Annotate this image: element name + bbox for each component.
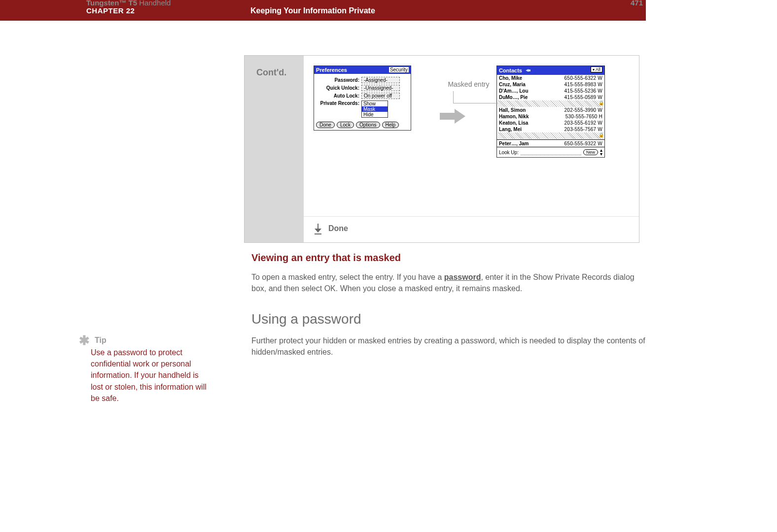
step-panel: Cont'd. Preferences Security Password: -… xyxy=(244,55,639,243)
masked-contact-row: 🔒 xyxy=(498,100,603,107)
contacts-list: Cho, Mike650-555-6322 W Cruz, Maria415-5… xyxy=(497,75,604,147)
lookup-field xyxy=(521,150,581,155)
masked-entry-callout: Masked entry xyxy=(448,80,489,88)
tip-body: Use a password to protect confidential w… xyxy=(91,347,207,404)
contact-name: Hall, Simon xyxy=(499,107,526,113)
tip-label: Tip xyxy=(95,336,106,345)
callout-bracket xyxy=(453,91,498,103)
contact-number: 203-555-6192 W xyxy=(565,120,602,126)
done-arrow-icon xyxy=(315,224,321,233)
password-label: Password: xyxy=(317,77,361,83)
asterisk-icon: ✱ xyxy=(79,338,90,343)
preferences-screenshot: Preferences Security Password: -Assigned… xyxy=(314,66,411,131)
masked-contact-row: 🔒 xyxy=(498,133,603,139)
viewing-heading: Viewing an entry that is masked xyxy=(251,252,646,264)
contact-name: Keaton, Lisa xyxy=(499,120,528,126)
contact-name: Lang, Mei xyxy=(499,126,522,133)
step-label: Cont'd. xyxy=(256,67,286,78)
quick-unlock-value: -Unassigned- xyxy=(361,85,400,91)
viewing-paragraph: To open a masked entry, select the entry… xyxy=(251,271,646,294)
auto-lock-value: On power off xyxy=(361,93,400,99)
page-number: 471 xyxy=(631,0,643,7)
page-footer: Tungsten™ T5 Handheld 471 xyxy=(86,0,646,7)
contact-name: DuMo…, Pie xyxy=(499,94,528,100)
contact-number: 650-555-9322 W xyxy=(565,140,602,147)
prefs-title: Preferences xyxy=(316,67,347,73)
lock-icon: 🔒 xyxy=(599,133,604,137)
private-records-label: Private Records: xyxy=(317,100,361,106)
password-link[interactable]: password xyxy=(444,273,481,281)
contacts-screenshot: Contacts All Cho, Mike650-555-6322 W Cru… xyxy=(496,66,605,158)
contact-name: D'Am…, Lou xyxy=(499,88,529,94)
contact-number: 203-555-7567 W xyxy=(565,126,602,133)
pick-option-mask: Mask xyxy=(362,106,388,112)
contact-name: Peter…, Jam xyxy=(499,140,529,147)
contact-number: 202-555-3990 W xyxy=(565,107,602,113)
lookup-label: Look Up: xyxy=(499,150,519,155)
lock-icon: 🔒 xyxy=(599,100,604,105)
pick-option-show: Show xyxy=(362,101,388,106)
pick-option-hide: Hide xyxy=(362,112,388,117)
contact-number: 415-555-5236 W xyxy=(565,88,602,94)
prefs-category: Security xyxy=(389,67,409,72)
contact-number: 415-555-8983 W xyxy=(565,81,602,88)
done-label: Done xyxy=(328,224,348,233)
using-password-heading: Using a password xyxy=(251,311,646,327)
contact-number: 415-555-0589 W xyxy=(565,94,602,100)
prefs-options-button: Options xyxy=(356,122,380,128)
prefs-help-button: Help xyxy=(382,122,399,128)
transition-arrow-group: Masked entry xyxy=(415,66,494,159)
product-name-bold: Tungsten™ T5 xyxy=(86,0,137,7)
contact-number: 530-555-7650 H xyxy=(565,113,602,120)
product-name-rest: Handheld xyxy=(137,0,171,7)
contacts-new-button: New xyxy=(583,149,598,155)
contact-name: Cruz, Maria xyxy=(499,81,526,88)
chapter-label: CHAPTER 22 xyxy=(86,6,135,15)
using-password-paragraph: Further protect your hidden or masked en… xyxy=(251,335,646,358)
tip-box: ✱ Tip Use a password to protect confiden… xyxy=(79,336,207,404)
contact-number: 650-555-6322 W xyxy=(565,75,602,81)
password-value: -Assigned- xyxy=(361,77,400,83)
auto-lock-label: Auto Lock: xyxy=(317,93,361,99)
contact-name: Hamon, Nikk xyxy=(499,113,529,120)
scroll-arrows-icon: ▴▾ xyxy=(600,148,602,156)
pushpin-icon xyxy=(525,68,531,73)
prefs-lock-button: Lock xyxy=(337,122,354,128)
contacts-category: All xyxy=(591,66,602,72)
prefs-done-button: Done xyxy=(316,122,335,128)
chapter-title: Keeping Your Information Private xyxy=(250,6,375,15)
contact-name: Cho, Mike xyxy=(499,75,522,81)
viewing-text-a: To open a masked entry, select the entry… xyxy=(251,273,444,281)
private-records-picklist: Show Mask Hide xyxy=(361,100,388,118)
contacts-title: Contacts xyxy=(499,67,522,73)
quick-unlock-label: Quick Unlock: xyxy=(317,85,361,91)
